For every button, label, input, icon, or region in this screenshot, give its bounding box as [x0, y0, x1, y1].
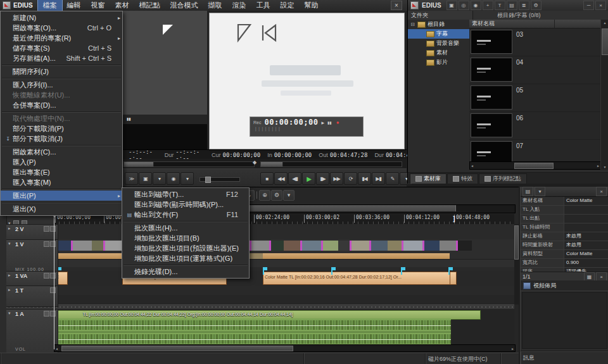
close-icon[interactable]: × — [595, 1, 606, 10]
track-mute-icon[interactable] — [50, 273, 56, 279]
menubar-item[interactable]: 素材 — [110, 0, 134, 11]
frame-back-button[interactable]: ◀▮ — [288, 172, 301, 185]
file-menu-item[interactable]: 儲存專案(S) Ctrl + S — [1, 43, 122, 53]
clip-row[interactable]: 03 — [469, 28, 601, 56]
timeline-vscrollbar[interactable] — [514, 224, 519, 304]
file-menu-item[interactable]: 開啟專案(O)... Ctrl + O — [1, 23, 122, 33]
file-menu-item[interactable]: 新建(N) ▸ — [1, 13, 122, 23]
capture-icon[interactable]: ◉ — [471, 1, 481, 10]
menubar-item[interactable]: 混合模式 — [165, 0, 203, 11]
bin-hscrollbar[interactable]: ◂▸ — [469, 161, 601, 170]
playhead-line[interactable] — [54, 214, 54, 349]
file-menu-item[interactable]: 合併專案(D)... — [1, 100, 122, 110]
clip-thumbnail[interactable] — [471, 58, 512, 82]
properties-icon[interactable]: ▤ — [522, 187, 533, 196]
clip-row[interactable]: 05 — [469, 84, 601, 112]
menubar-item[interactable]: 擷取 — [203, 0, 227, 11]
next-edit-button[interactable]: ▶▮ — [372, 172, 385, 185]
export-submenu-item[interactable]: 增加批次匯出項目(運算格式)(G) — [122, 253, 249, 263]
dropdown-icon[interactable]: ▾ — [283, 190, 294, 201]
timeline-hscrollbar[interactable]: ◂▸ — [54, 344, 516, 352]
menubar-item[interactable]: 工具 — [251, 0, 276, 11]
add-clip-icon[interactable]: + — [483, 1, 493, 10]
export-submenu-item[interactable]: 匯出到磁帶(顯示時間碼)(P)... — [122, 199, 249, 210]
export-submenu-item[interactable]: ▤ 輸出到文件(F) F11 — [122, 210, 249, 220]
expander-icon[interactable]: ▾ — [8, 241, 13, 246]
settings-icon[interactable]: ⚙ — [271, 190, 282, 201]
file-menu-item[interactable]: 匯出專案(E) — [1, 167, 122, 177]
export-submenu-item[interactable]: 批次匯出(H)... — [122, 223, 249, 233]
clip-marker-icon[interactable] — [331, 267, 336, 275]
file-menu-item[interactable]: 部分下載取消(P) — [1, 123, 122, 134]
zoom-icon[interactable]: ⊕ — [259, 190, 270, 201]
play-button[interactable]: ▶ — [302, 172, 315, 185]
fast-forward-button[interactable]: ▶▶ — [330, 172, 343, 185]
edit-button[interactable]: ✎ — [386, 172, 399, 185]
close-icon[interactable]: × — [391, 1, 402, 10]
dropdown-icon[interactable]: ▾ — [180, 172, 194, 185]
file-menu-item[interactable]: 取代物處理中(N)... — [1, 113, 122, 123]
window-icon[interactable]: ▣ — [446, 1, 457, 10]
stop-button[interactable]: ■ — [260, 172, 274, 185]
recorder-position-slider[interactable] — [260, 161, 402, 167]
bin-tab[interactable]: 素材庫 — [410, 173, 446, 184]
expander-icon[interactable]: ▸ — [8, 287, 13, 292]
folder-tree-item[interactable]: ⊟ 根目錄 — [408, 20, 469, 29]
prev-edit-button[interactable]: ▮◀ — [358, 172, 371, 185]
loop-button[interactable]: ⟳ — [344, 172, 357, 185]
toolbar-divider[interactable] — [256, 191, 257, 199]
mic-icon[interactable]: ◉ — [167, 172, 180, 185]
minimize-icon[interactable]: ─ — [583, 1, 594, 10]
track-lock-icon[interactable] — [44, 311, 49, 317]
menubar-item[interactable]: 視窗 — [86, 0, 110, 11]
export-submenu-item[interactable]: 增加批次匯出項目(預設匯出器)(E) — [122, 243, 249, 253]
clip-marker-icon[interactable] — [448, 267, 453, 275]
file-menu-item[interactable]: 匯入序列(I)... — [1, 80, 122, 90]
bin-vscrollbar[interactable]: ▴ ▾ — [600, 20, 608, 170]
clip-row[interactable]: 06 — [469, 112, 601, 140]
track-mute-icon[interactable] — [50, 241, 56, 247]
folder-tree-item[interactable]: 字幕 — [408, 29, 469, 39]
folder-tree-item[interactable]: 素材 — [408, 48, 469, 58]
panel-menu-icon[interactable]: ▾ — [535, 187, 545, 196]
close-icon[interactable]: × — [596, 187, 607, 196]
video-layout-item[interactable]: 視頻佈局 — [521, 280, 608, 291]
shuttle-marker-icon[interactable]: ◆ — [253, 160, 256, 165]
expander-icon[interactable]: ▾ — [8, 311, 13, 316]
play-icon[interactable]: ▶ — [321, 120, 324, 125]
column-header-name[interactable]: 素材名稱 — [469, 20, 555, 28]
search-icon[interactable]: ◎ — [459, 1, 469, 10]
menubar-item[interactable]: 檔案 — [38, 0, 62, 11]
file-menu-item[interactable]: 另存新檔(A)... Shift + Ctrl + S — [1, 53, 122, 63]
tree-expander-icon[interactable]: ⊟ — [410, 22, 415, 27]
settings-icon[interactable]: ⚙ — [531, 1, 542, 10]
clip-thumbnail[interactable] — [471, 113, 512, 137]
menubar-item[interactable]: 標記點 — [134, 0, 165, 11]
expander-icon[interactable]: ▸ — [8, 226, 13, 231]
player-position-slider[interactable] — [124, 161, 255, 167]
file-menu-item[interactable]: 匯入專案(M) — [1, 177, 122, 187]
folder-tree-item[interactable]: 背景音樂 — [408, 39, 469, 48]
dropdown-icon[interactable]: ▾ — [153, 172, 166, 185]
clip-marker-icon[interactable] — [401, 267, 405, 275]
track-header-t[interactable]: ▸ 1 T — [6, 286, 58, 307]
view-icon[interactable]: ≣ — [519, 1, 529, 10]
track-header-a[interactable]: ▾ 1 A VOL — [6, 309, 58, 353]
file-menu-item[interactable]: ↧ 部分下載取消(J) — [1, 134, 122, 144]
rewind-button[interactable]: ◀◀ — [274, 172, 288, 185]
track-lock-icon[interactable] — [44, 273, 49, 279]
display-mode-icon[interactable]: ▣ — [139, 172, 152, 185]
clip-thumbnail[interactable] — [471, 85, 512, 110]
expander-icon[interactable]: ▸ — [8, 273, 13, 278]
export-submenu-item[interactable]: 燒錄光碟(D)... — [122, 267, 249, 277]
bin-tab[interactable]: 特效 — [447, 173, 478, 184]
export-submenu-item[interactable]: 匯出到磁帶(T)... F12 — [122, 189, 249, 199]
track-mute-icon[interactable] — [50, 226, 56, 232]
track-lane-t[interactable] — [54, 286, 514, 305]
mixer-rubber-band[interactable] — [54, 253, 450, 259]
track-header-v1[interactable]: ▾ 1 V MIX 100.00 — [6, 239, 58, 273]
out-point-marker[interactable]: ] — [452, 215, 456, 222]
track-mute-icon[interactable] — [50, 311, 56, 317]
file-menu-item[interactable]: 退出(X) — [1, 204, 122, 214]
file-menu-item[interactable]: 最近使用的專案(R) ▸ — [1, 33, 122, 43]
